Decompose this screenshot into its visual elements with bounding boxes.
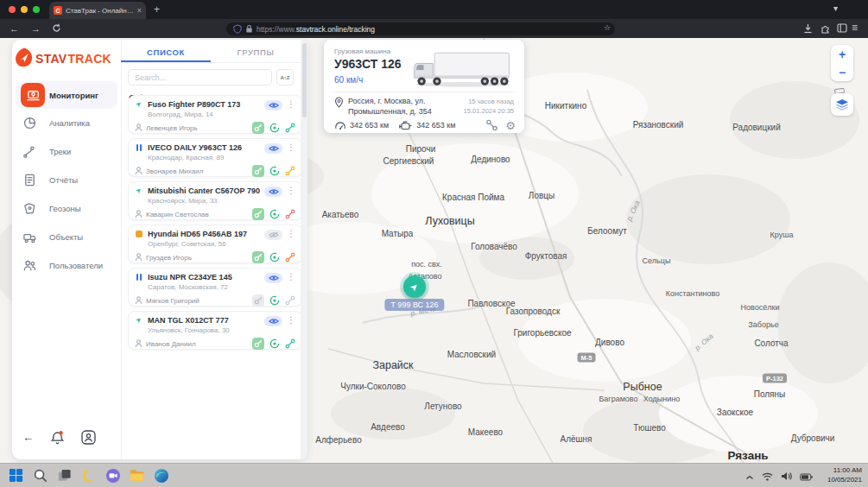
extensions-icon[interactable] [820,23,831,34]
sidebar-item-objects[interactable]: Объекты [12,223,121,251]
visibility-eye-toggle[interactable] [264,273,282,283]
status-paused-icon [135,274,143,281]
more-options-icon[interactable]: ⋮ [287,315,295,325]
list-scrollbar-thumb[interactable] [302,43,307,117]
forward-button[interactable]: → [31,22,41,35]
list-tab-groups[interactable]: ГРУППЫ [211,43,301,62]
vehicle-card-1[interactable]: IVECO DAILY У963СТ 126⋮Краснодар, Красна… [128,138,302,177]
vehicle-address: Волгоград, Мира, 14 [148,111,295,118]
key-status-icon [252,251,264,263]
tab-close-icon[interactable]: × [137,6,142,15]
key-status-icon [252,294,264,307]
vehicle-card-5[interactable]: ➤MAN TGL Х012СТ 777⋮Ульяновск, Гончарова… [128,311,302,350]
sidebar-bottom-bar: ← [12,430,121,452]
taskbar-search-icon[interactable] [31,466,49,484]
map-label: Круша [770,231,794,239]
sidebar-toggle-icon[interactable] [837,23,847,33]
visibility-eye-toggle[interactable] [264,100,282,111]
map-label: Тюшево [633,423,666,433]
browser-toolbar: ← → https://www.stavtrack.online/trackin… [0,19,868,38]
more-options-icon[interactable]: ⋮ [287,229,295,238]
sidebar-item-users[interactable]: Пользователи [12,251,121,280]
volume-icon[interactable] [781,469,792,484]
key-status-icon [252,338,264,350]
profile-account-icon[interactable] [81,430,96,448]
shield-icon[interactable] [233,24,242,34]
vehicle-name: MAN TGL Х012СТ 777 [148,316,229,325]
notifications-bell-icon[interactable] [50,430,65,450]
more-options-icon[interactable]: ⋮ [287,142,295,152]
key-status-icon [252,165,264,177]
vehicle-card-2[interactable]: ➤Mitsubishi Canter С567ОР 790⋮Красноярск… [128,181,302,220]
tab-list-chevron-icon[interactable]: ▾ [833,3,838,13]
map-label: Газопроводск [506,307,561,316]
vehicle-marker[interactable]: ➤ [403,275,426,298]
sidebar-item-reports[interactable]: Отчёты [12,166,121,194]
more-options-icon[interactable]: ⋮ [287,272,295,281]
map-label: Дивово [595,338,624,347]
new-tab-button[interactable]: + [154,3,160,16]
driver-name: Иванов Даниил [146,340,252,348]
collapse-back-icon[interactable]: ← [22,432,34,443]
sidebar-item-monitoring[interactable]: Мониторинг [16,81,117,109]
sidebar-item-geofences[interactable]: Геозоны [12,194,121,223]
odometer-value: 342 653 км [350,121,389,130]
taskbar-start-icon[interactable] [7,466,25,484]
visibility-eye-toggle[interactable] [264,187,282,197]
signal-status-icon [285,166,295,176]
tracks-icon [17,140,41,164]
zoom-in-button[interactable]: + [831,45,853,63]
vehicle-card-4[interactable]: Isuzu NPR С234УЕ 145⋮Саратов, Московская… [128,268,302,307]
search-input[interactable] [128,69,272,85]
truck-image [410,48,516,93]
url-bar[interactable]: https://www.stavtrack.online/tracking [226,22,615,35]
battery-icon[interactable] [800,469,813,484]
tray-chevron-up-icon[interactable] [745,469,754,484]
map-zoom-controls: + − [831,45,853,81]
taskbar-moon-icon[interactable] [79,466,98,484]
list-scrollbar[interactable] [301,40,307,459]
sidebar-item-tracks[interactable]: Треки [12,137,121,166]
taskbar-explorer-icon[interactable] [128,466,146,484]
settings-gear-icon[interactable]: ⚙ [505,120,516,131]
route-share-icon[interactable] [485,119,498,131]
visibility-eye-toggle[interactable] [264,230,282,240]
sort-az-button[interactable]: A↕Z [276,69,294,85]
map-label: Новосёлки [741,303,780,312]
status-paused-icon [135,144,143,151]
sidebar: STAVTRACK МониторингАналитикаТрекиОтчёты… [12,40,122,459]
visibility-eye-toggle[interactable] [264,316,282,326]
driver-name: Каварин Светослав [146,211,252,218]
wifi-icon[interactable] [762,469,773,484]
zoom-out-button[interactable]: − [831,63,853,81]
list-tab-list[interactable]: СПИСОК [121,43,211,62]
reload-button[interactable] [52,23,61,35]
map-layers-button[interactable] [831,93,853,116]
more-options-icon[interactable]: ⋮ [287,186,295,195]
vehicle-marker-label[interactable]: Т 999 ВС 126 [384,299,444,311]
driver-icon [135,120,143,136]
window-zoom-button[interactable] [33,6,40,13]
window-minimize-button[interactable] [21,6,28,13]
vehicle-card-3[interactable]: Hyundai HD65 Р456АВ 197⋮Оренбург, Советс… [128,225,302,263]
more-options-icon[interactable]: ⋮ [287,99,295,109]
url-scheme: https://www. [257,25,296,34]
menu-hamburger-icon[interactable]: ≡ [852,22,858,34]
taskbar-clock[interactable]: 11:00 AM 10/05/2021 [827,466,862,485]
lock-icon[interactable] [245,24,253,34]
bookmark-star-icon[interactable]: ☆ [604,23,611,32]
taskbar-chat-icon[interactable] [104,466,122,484]
taskbar-edge-icon[interactable] [152,466,170,484]
taskbar-taskview-icon[interactable] [55,466,73,484]
logo-drop-icon [14,47,35,70]
browser-tab[interactable]: С СтавТрак - Онлайн мониторинг × [49,2,146,19]
window-close-button[interactable] [9,6,16,13]
vehicle-card-0[interactable]: ➤Fuso Fighter Р890СТ 173⋮Волгоград, Мира… [128,95,302,134]
back-button[interactable]: ← [10,22,19,35]
driver-name: Мягков Григорий [146,297,252,305]
downloads-icon[interactable] [803,23,813,34]
app-logo: STAVTRACK [14,47,111,70]
sidebar-item-analytics[interactable]: Аналитика [12,109,121,137]
ignition-status-icon [269,295,280,306]
visibility-eye-toggle[interactable] [264,143,282,154]
